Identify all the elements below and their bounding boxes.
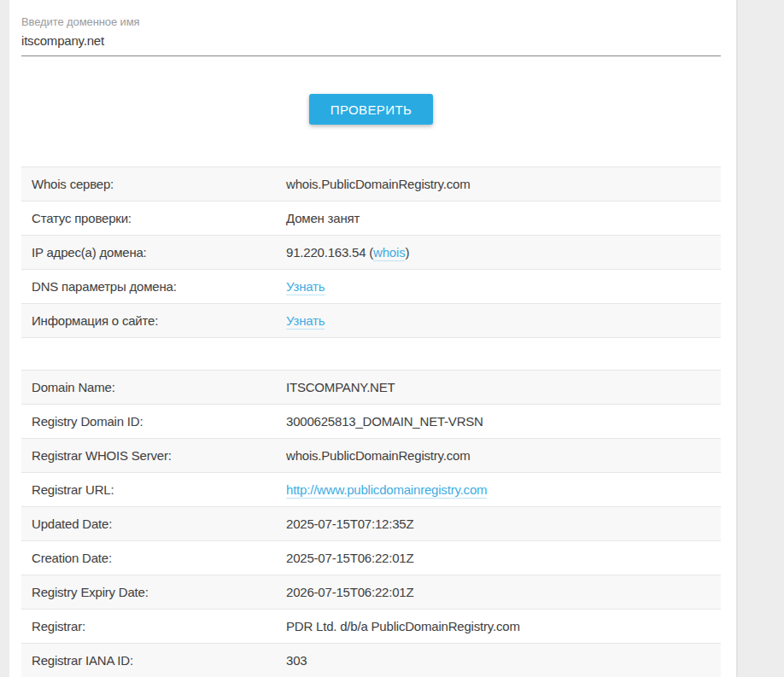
- row-label: DNS параметры домена:: [32, 279, 286, 294]
- row-value: 2025-07-15T07:12:35Z: [286, 517, 721, 531]
- whois-details-table: Domain Name:ITSCOMPANY.NETRegistry Domai…: [21, 370, 721, 677]
- table-row: Creation Date:2025-07-15T06:22:01Z: [21, 541, 721, 575]
- value-text: 2025-07-15T07:12:35Z: [286, 517, 413, 531]
- domain-input-group: Введите доменное имя: [21, 15, 721, 56]
- table-row: DNS параметры домена:Узнать: [21, 270, 721, 304]
- value-text: ITSCOMPANY.NET: [286, 380, 395, 394]
- row-label: Registrar IANA ID:: [32, 653, 286, 668]
- button-row: ПРОВЕРИТЬ: [21, 94, 721, 125]
- row-value: whois.PublicDomainRegistry.com: [286, 448, 721, 463]
- value-text: 3000625813_DOMAIN_NET-VRSN: [286, 414, 483, 429]
- row-value: 2025-07-15T06:22:01Z: [286, 551, 721, 565]
- row-label: Domain Name:: [32, 380, 286, 394]
- table-row: IP адрес(а) домена:91.220.163.54 (whois): [21, 236, 721, 270]
- row-value: 91.220.163.54 (whois): [286, 245, 721, 260]
- row-label: Статус проверки:: [32, 211, 286, 225]
- table-row: Updated Date:2025-07-15T07:12:35Z: [21, 507, 721, 541]
- row-value: 303: [286, 653, 721, 668]
- ip-whois-link[interactable]: whois: [373, 245, 405, 261]
- table-row: Registrar:PDR Ltd. d/b/a PublicDomainReg…: [21, 610, 721, 644]
- table-row: Информация о сайте:Узнать: [21, 304, 721, 338]
- value-text: 2026-07-15T06:22:01Z: [286, 585, 413, 599]
- row-label: Registry Expiry Date:: [32, 585, 286, 599]
- whois-summary-table: Whois сервер:whois.PublicDomainRegistry.…: [21, 166, 721, 338]
- registrar-url-link[interactable]: http://www.publicdomainregistry.com: [286, 482, 487, 499]
- row-label: Registrar URL:: [32, 482, 286, 497]
- row-value: 2026-07-15T06:22:01Z: [286, 585, 721, 599]
- row-value: PDR Ltd. d/b/a PublicDomainRegistry.com: [286, 619, 721, 633]
- table-row: Registrar URL:http://www.publicdomainreg…: [21, 473, 721, 507]
- row-value: Домен занят: [286, 211, 721, 225]
- row-value: whois.PublicDomainRegistry.com: [286, 177, 721, 191]
- value-text: PDR Ltd. d/b/a PublicDomainRegistry.com: [286, 619, 520, 633]
- value-text: ): [405, 245, 409, 260]
- row-label: Whois сервер:: [32, 177, 286, 191]
- row-value: ITSCOMPANY.NET: [286, 380, 721, 394]
- dns-info-link[interactable]: Узнать: [286, 279, 325, 295]
- value-text: whois.PublicDomainRegistry.com: [286, 448, 470, 463]
- domain-input[interactable]: [21, 33, 721, 56]
- value-text: 91.220.163.54 (: [286, 245, 373, 260]
- value-text: 303: [286, 653, 307, 668]
- row-label: Registrar:: [32, 619, 286, 633]
- value-text: 2025-07-15T06:22:01Z: [286, 551, 413, 565]
- table-row: Domain Name:ITSCOMPANY.NET: [21, 371, 721, 405]
- check-button[interactable]: ПРОВЕРИТЬ: [309, 94, 434, 125]
- row-value: http://www.publicdomainregistry.com: [286, 482, 721, 497]
- row-value: 3000625813_DOMAIN_NET-VRSN: [286, 414, 721, 429]
- content-card: Введите доменное имя ПРОВЕРИТЬ Whois сер…: [9, 0, 738, 677]
- row-label: IP адрес(а) домена:: [32, 245, 286, 260]
- table-row: Статус проверки:Домен занят: [21, 201, 721, 236]
- row-label: Creation Date:: [32, 551, 286, 565]
- value-text: Домен занят: [286, 211, 360, 225]
- row-label: Registrar WHOIS Server:: [32, 448, 286, 463]
- table-row: Registry Expiry Date:2026-07-15T06:22:01…: [21, 575, 721, 610]
- table-row: Registry Domain ID:3000625813_DOMAIN_NET…: [21, 405, 721, 439]
- table-row: Registrar IANA ID:303: [21, 644, 721, 677]
- domain-input-label: Введите доменное имя: [21, 15, 721, 28]
- table-row: Whois сервер:whois.PublicDomainRegistry.…: [21, 167, 721, 201]
- row-value: Узнать: [286, 313, 721, 328]
- table-row: Registrar WHOIS Server:whois.PublicDomai…: [21, 439, 721, 473]
- row-label: Updated Date:: [32, 517, 286, 531]
- row-value: Узнать: [286, 279, 721, 294]
- value-text: whois.PublicDomainRegistry.com: [286, 177, 470, 191]
- row-label: Registry Domain ID:: [32, 414, 286, 429]
- site-info-link[interactable]: Узнать: [286, 313, 325, 330]
- row-label: Информация о сайте:: [32, 313, 286, 328]
